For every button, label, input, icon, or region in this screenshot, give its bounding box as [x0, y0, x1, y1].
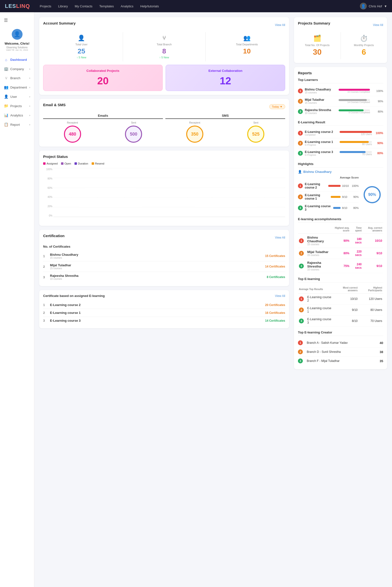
legend-label-resend: Resend: [95, 162, 104, 165]
sidebar-item-user[interactable]: 👤 User ›: [0, 92, 34, 101]
hl-pct-1: 100%: [350, 184, 359, 187]
nav-library[interactable]: Library: [58, 5, 68, 8]
top-elearn-answers-3: 8/10: [333, 316, 358, 327]
top-elearn-cell-name-1: 1 E-Learning course 2: [298, 294, 333, 305]
accomplishments-section: E-learning accomplishments Highest avg. …: [298, 217, 383, 273]
sms-recipient-circle: 350: [186, 126, 203, 143]
nav-help[interactable]: Help/tutorials: [140, 5, 159, 8]
accomp-cell-answers-2: 9/10: [362, 248, 383, 259]
accomp-person-2: Mijal Tuladhar 15 courses: [307, 250, 328, 256]
accomp-cell-answers-1: 10/10: [362, 234, 383, 248]
creator-score-1: 40: [380, 341, 383, 345]
sidebar-item-dashboard[interactable]: ⌂ Dashboard: [0, 55, 34, 64]
cert-assigned-view-all[interactable]: View All: [275, 294, 285, 298]
accomp-pname-3: Rajeesha Shrestha: [307, 261, 331, 268]
creator-rank-1: 1: [298, 340, 303, 345]
top-learners-section: Top Learners 1 Bishnu Chaudhary 15 cours…: [298, 78, 383, 116]
project-status-legend: Assigned Open Duration Resend: [43, 162, 285, 165]
navbar: LESLINQ Projects Library My Contacts Tem…: [0, 0, 392, 12]
nav-my-contacts[interactable]: My Contacts: [75, 5, 92, 8]
top-elearn-table: Average Top Results Most correct answers…: [298, 285, 383, 327]
today-filter-button[interactable]: Today ▼: [269, 104, 285, 109]
certification-view-all[interactable]: View All: [275, 236, 285, 239]
hl-pct-2: 90%: [350, 195, 359, 198]
elearn-progress-fill-2: [340, 141, 369, 143]
hl-info-2: E-Learning course 1: [305, 193, 329, 200]
elearn-progress-bg-3: [340, 151, 372, 153]
sidebar-item-company[interactable]: 🏢 Company ›: [0, 64, 34, 74]
sms-label: SMS: [166, 114, 285, 119]
chevron-right-icon: ›: [30, 105, 30, 107]
hl-name-2: E-Learning course 1: [305, 193, 329, 200]
branch-icon: ⑂: [4, 76, 8, 80]
learner-courses-2: 15 courses: [305, 102, 336, 104]
external-title: External Collaboration: [170, 69, 281, 73]
reports-card: Reports Top Learners 1 Bishnu Chaudhary …: [294, 67, 387, 369]
logo[interactable]: LESLINQ: [5, 3, 30, 9]
cert-name-2: Mijal Tuladhar: [50, 263, 265, 267]
nav-templates[interactable]: Templates: [99, 5, 114, 8]
hl-rank-1: 1: [298, 183, 303, 188]
creator-rank-2: 2: [298, 349, 303, 354]
elearn-row-1: 1 E-Learning course 2 Completed 120 User…: [298, 128, 383, 138]
legend-dot-duration: [74, 162, 77, 165]
collaborated-value: 20: [47, 75, 158, 87]
sidebar-item-department[interactable]: 👥 Department ›: [0, 83, 34, 92]
learner-rank-3: 3: [298, 109, 303, 114]
sidebar-item-analytics[interactable]: 📊 Analytics ›: [0, 111, 34, 120]
bar-chart-area: [54, 168, 285, 217]
legend-label-assigned: Assigned: [46, 162, 58, 165]
account-summary-view-all[interactable]: View All: [275, 23, 285, 27]
elearn-name-2: E-Learning course 1: [305, 140, 337, 144]
top-elearn-rank-3: 3: [299, 319, 304, 324]
elearn-row-2: 2 E-Learning course 1 In Progress 80 Use…: [298, 138, 383, 148]
logo-les: LES: [5, 3, 16, 9]
elearn-users-3: 70 Users: [340, 153, 372, 156]
sidebar-item-branch[interactable]: ⑂ Branch ›: [0, 74, 34, 83]
sidebar-avatar: 👤: [12, 29, 22, 40]
chevron-right-icon: ›: [30, 68, 30, 70]
elearn-progress-3: 70 Users: [340, 151, 372, 156]
creator-row-2: 2 Branch D - Sunil Shrestha 38: [298, 348, 383, 357]
creator-name-2: Branch D - Sunil Shrestha: [307, 350, 380, 354]
hl-row-3: 3 E-Learning course 3 8/10 80%: [298, 202, 359, 213]
cert-assigned-title: Certificate based on assigned E-learning: [43, 294, 104, 298]
cert-assigned-card: Certificate based on assigned E-learning…: [39, 290, 289, 328]
sidebar-welcome: Welcome, Chris!: [4, 42, 30, 45]
sidebar-item-projects[interactable]: 📁 Projects ›: [0, 101, 34, 111]
elearn-pct-2: 90%: [374, 141, 383, 145]
cert-rank-1: 1: [43, 254, 48, 258]
sidebar-profile: 👤 Welcome, Chris! Elearning Solutions Va…: [0, 27, 34, 55]
y-label-0: 0%: [43, 214, 52, 217]
learner-name-3: Rajeesha Shrestha: [305, 108, 336, 112]
grid-line-80: [54, 178, 285, 178]
nav-projects[interactable]: Projects: [40, 5, 51, 8]
accomp-pname-1: Bishnu Chaudhary: [307, 236, 331, 243]
projects-divider: [340, 32, 341, 59]
y-label-20: 20%: [43, 205, 52, 208]
learner-courses-1: 15 courses: [305, 91, 336, 94]
learner-row-1: 1 Bishnu Chaudhary 15 courses 15 Courses…: [298, 86, 383, 96]
elearn-status-3: In Progress: [305, 154, 337, 156]
sidebar-item-report[interactable]: 📋 Report ›: [0, 120, 34, 129]
elearn-progress-bg-2: [340, 141, 372, 143]
nav-analytics[interactable]: Analytics: [121, 5, 134, 8]
accomp-cell-answers-3: 9/10: [362, 259, 383, 273]
elearn-rank-3: 3: [298, 151, 303, 156]
elearn-progress-fill-1: [340, 131, 372, 133]
email-sent-label: Sent: [104, 121, 163, 124]
main-content: Account Summary View All 👤 Total User 25…: [34, 12, 392, 587]
stat-total-user: 👤 Total User 25 ↑ 5 New: [43, 32, 120, 61]
projects-summary-view-all[interactable]: View All: [373, 23, 383, 27]
email-recipient-stat: Recepient 480: [43, 121, 102, 143]
elearn-info-3: E-Learning course 3 In Progress: [305, 150, 337, 156]
top-elearn-cell-name-2: 2 E-Learning course 1: [298, 305, 333, 316]
projects-summary-card: Projects Summary View All 🗂️ Total No. O…: [294, 17, 387, 63]
top-learners-title: Top Learners: [298, 78, 383, 83]
project-stats-row: 🗂️ Total No. Of Projects 30 ⏱️ Monthly P…: [298, 32, 383, 59]
total-projects-value: 30: [300, 48, 334, 57]
email-sms-header: Email & SMS Today ▼: [43, 103, 285, 110]
account-summary-title: Account Summary: [43, 21, 76, 25]
hamburger-icon[interactable]: ☰: [0, 16, 34, 27]
learner-completed-1: 15 Courses Completed: [338, 91, 370, 93]
